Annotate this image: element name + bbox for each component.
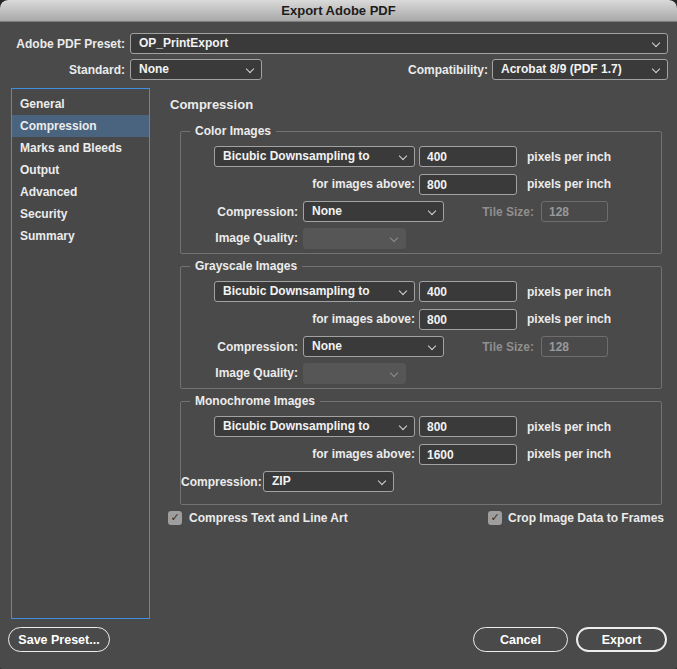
cancel-button[interactable]: Cancel bbox=[473, 627, 568, 652]
grayscale-above-label: for images above: bbox=[241, 312, 415, 327]
color-above-label: for images above: bbox=[241, 177, 415, 192]
grayscale-compression-value: None bbox=[312, 339, 342, 353]
chevron-down-icon bbox=[399, 422, 407, 430]
grayscale-images-group: Grayscale Images Bicubic Downsampling to… bbox=[180, 266, 662, 389]
grayscale-image-quality-label: Image Quality: bbox=[181, 366, 298, 381]
chevron-down-icon bbox=[390, 234, 398, 242]
standard-label: Standard: bbox=[0, 63, 125, 78]
chevron-down-icon bbox=[399, 152, 407, 160]
color-compression-value: None bbox=[312, 204, 342, 218]
grayscale-ppi-unit: pixels per inch bbox=[527, 285, 611, 300]
export-pdf-dialog: Export Adobe PDF Adobe PDF Preset: OP_Pr… bbox=[0, 0, 677, 669]
compatibility-dropdown[interactable]: Acrobat 8/9 (PDF 1.7) bbox=[492, 59, 668, 80]
monochrome-ppi-unit: pixels per inch bbox=[527, 420, 611, 435]
color-downsample-dropdown[interactable]: Bicubic Downsampling to bbox=[214, 146, 415, 167]
preset-value: OP_PrintExport bbox=[139, 36, 228, 50]
grayscale-downsample-dropdown[interactable]: Bicubic Downsampling to bbox=[214, 281, 415, 302]
monochrome-images-group: Monochrome Images Bicubic Downsampling t… bbox=[180, 401, 662, 505]
grayscale-above-ppi-input[interactable] bbox=[419, 309, 517, 330]
color-above-ppi-input[interactable] bbox=[419, 174, 517, 195]
sidebar-item-summary[interactable]: Summary bbox=[12, 225, 149, 247]
chevron-down-icon bbox=[399, 287, 407, 295]
grayscale-compression-label: Compression: bbox=[181, 340, 298, 355]
grayscale-above-unit: pixels per inch bbox=[527, 312, 611, 327]
color-downsample-value: Bicubic Downsampling to bbox=[223, 149, 370, 163]
monochrome-compression-label: Compression: bbox=[181, 475, 259, 490]
chevron-down-icon bbox=[246, 65, 254, 73]
color-image-quality-dropdown bbox=[303, 228, 406, 249]
color-images-group-title: Color Images bbox=[190, 124, 276, 138]
standard-dropdown[interactable]: None bbox=[130, 59, 262, 80]
crop-image-data-label: Crop Image Data to Frames bbox=[508, 511, 664, 526]
preset-dropdown[interactable]: OP_PrintExport bbox=[130, 33, 668, 54]
monochrome-compression-value: ZIP bbox=[272, 474, 291, 488]
sidebar-item-advanced[interactable]: Advanced bbox=[12, 181, 149, 203]
compatibility-value: Acrobat 8/9 (PDF 1.7) bbox=[501, 62, 622, 76]
color-tile-size-label: Tile Size: bbox=[431, 205, 534, 220]
sidebar-item-output[interactable]: Output bbox=[12, 159, 149, 181]
standard-value: None bbox=[139, 62, 169, 76]
color-tile-size-input bbox=[541, 201, 608, 222]
sidebar-item-general[interactable]: General bbox=[12, 93, 149, 115]
sidebar-item-compression[interactable]: Compression bbox=[12, 115, 149, 137]
window-title: Export Adobe PDF bbox=[0, 0, 677, 22]
compatibility-label: Compatibility: bbox=[300, 63, 488, 78]
chevron-down-icon bbox=[378, 477, 386, 485]
chevron-down-icon bbox=[390, 369, 398, 377]
monochrome-above-ppi-input[interactable] bbox=[419, 444, 517, 465]
grayscale-compression-dropdown[interactable]: None bbox=[303, 336, 444, 357]
compress-text-checkbox[interactable]: ✓ bbox=[168, 511, 182, 525]
monochrome-above-label: for images above: bbox=[241, 447, 415, 462]
monochrome-downsample-value: Bicubic Downsampling to bbox=[223, 419, 370, 433]
color-above-unit: pixels per inch bbox=[527, 177, 611, 192]
crop-image-data-checkbox[interactable]: ✓ bbox=[488, 511, 502, 525]
color-ppi-unit: pixels per inch bbox=[527, 150, 611, 165]
color-image-quality-label: Image Quality: bbox=[181, 231, 298, 246]
color-ppi-input[interactable] bbox=[419, 146, 517, 167]
grayscale-tile-size-label: Tile Size: bbox=[431, 340, 534, 355]
preset-label: Adobe PDF Preset: bbox=[0, 37, 125, 52]
compress-text-label: Compress Text and Line Art bbox=[189, 511, 348, 526]
grayscale-tile-size-input bbox=[541, 336, 608, 357]
grayscale-image-quality-dropdown bbox=[303, 363, 406, 384]
color-images-group: Color Images Bicubic Downsampling to pix… bbox=[180, 131, 662, 254]
export-button[interactable]: Export bbox=[576, 627, 667, 652]
monochrome-downsample-dropdown[interactable]: Bicubic Downsampling to bbox=[214, 416, 415, 437]
monochrome-above-unit: pixels per inch bbox=[527, 447, 611, 462]
check-icon: ✓ bbox=[168, 511, 182, 525]
monochrome-ppi-input[interactable] bbox=[419, 416, 517, 437]
monochrome-compression-dropdown[interactable]: ZIP bbox=[263, 471, 394, 492]
color-compression-dropdown[interactable]: None bbox=[303, 201, 444, 222]
sidebar-item-security[interactable]: Security bbox=[12, 203, 149, 225]
sidebar-item-marks-and-bleeds[interactable]: Marks and Bleeds bbox=[12, 137, 149, 159]
grayscale-ppi-input[interactable] bbox=[419, 281, 517, 302]
grayscale-images-group-title: Grayscale Images bbox=[190, 259, 302, 273]
category-list: General Compression Marks and Bleeds Out… bbox=[11, 88, 150, 619]
monochrome-images-group-title: Monochrome Images bbox=[190, 394, 320, 408]
color-compression-label: Compression: bbox=[181, 205, 298, 220]
page-title: Compression bbox=[170, 97, 253, 112]
save-preset-button[interactable]: Save Preset... bbox=[8, 627, 110, 652]
grayscale-downsample-value: Bicubic Downsampling to bbox=[223, 284, 370, 298]
chevron-down-icon bbox=[652, 39, 660, 47]
chevron-down-icon bbox=[652, 65, 660, 73]
check-icon: ✓ bbox=[488, 511, 502, 525]
